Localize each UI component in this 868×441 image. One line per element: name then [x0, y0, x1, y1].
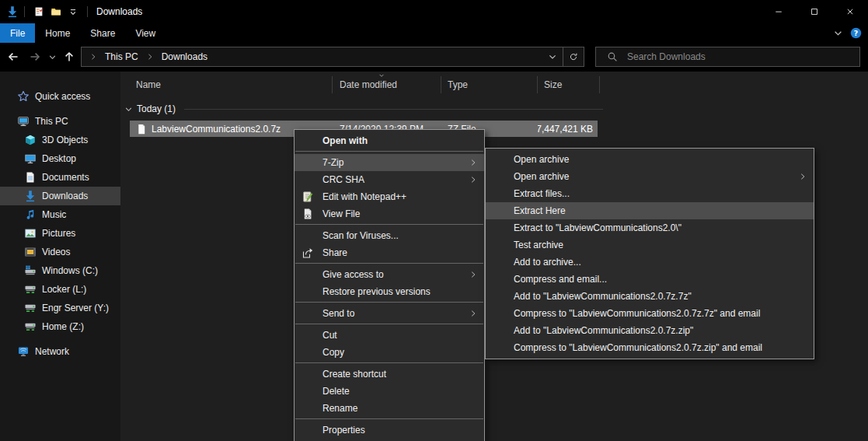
seven-zip-submenu-item-add-to-archive[interactable]: Add to archive... [486, 254, 814, 271]
group-label: Today (1) [137, 103, 176, 114]
context-menu-item-label: Edit with Notepad++ [322, 191, 406, 202]
pc-icon [17, 115, 30, 128]
up-button[interactable] [59, 47, 79, 67]
tab-home[interactable]: Home [35, 23, 80, 43]
context-menu-item-crc-sha[interactable]: CRC SHA [295, 171, 484, 188]
close-button[interactable] [832, 0, 868, 23]
sidebar-item-pictures[interactable]: Pictures [0, 224, 120, 243]
seven-zip-submenu-item-label: Extract Here [514, 205, 566, 216]
context-menu-item-share[interactable]: Share [295, 244, 484, 261]
sidebar-item-quick-access[interactable]: Quick access [0, 87, 120, 106]
seven-zip-submenu-item-compress-to-labviewcommunications2-0-7z-7z-and-email[interactable]: Compress to "LabviewCommunications2.0.7z… [486, 305, 814, 322]
context-menu-item-send-to[interactable]: Send to [295, 305, 484, 322]
sidebar-spacer [0, 106, 120, 112]
file-name-text: LabviewCommunications2.0.7z [152, 124, 281, 135]
context-menu-item-label: Scan for Viruses... [322, 230, 399, 241]
context-menu-item-delete[interactable]: Delete [295, 383, 484, 400]
close-icon [845, 7, 855, 16]
context-menu-item-label: Create shortcut [322, 369, 386, 380]
qat-new-folder-button[interactable] [47, 3, 64, 20]
minimize-button[interactable] [761, 0, 797, 23]
minimize-ribbon-icon[interactable] [833, 28, 843, 38]
seven-zip-submenu-item-label: Compress and email... [514, 274, 607, 285]
network-icon [17, 345, 30, 358]
seven-zip-submenu-item-extract-here[interactable]: Extract Here [486, 202, 814, 219]
seven-zip-submenu-item-open-archive[interactable]: Open archive [486, 151, 814, 168]
seven-zip-submenu-item-open-archive[interactable]: Open archive [486, 168, 814, 185]
view-file-icon [302, 208, 314, 220]
context-menu-separator [295, 263, 483, 264]
column-header-name[interactable]: Name [120, 76, 333, 93]
sidebar-item-windows-c[interactable]: Windows (C:) [0, 261, 120, 280]
seven-zip-submenu-item-compress-to-labviewcommunications2-0-7z-zip-and-email[interactable]: Compress to "LabviewCommunications2.0.7z… [486, 339, 814, 356]
sidebar-item-downloads[interactable]: Downloads [0, 187, 120, 205]
sidebar-item-videos[interactable]: Videos [0, 243, 120, 261]
context-menu-item-open-with[interactable]: Open with [295, 132, 484, 149]
context-menu-item-label: Rename [322, 403, 357, 414]
tab-share[interactable]: Share [80, 23, 125, 43]
maximize-button[interactable] [797, 0, 832, 23]
qat-properties-button[interactable] [30, 3, 47, 20]
context-menu-item-scan-for-viruses[interactable]: Scan for Viruses... [295, 227, 484, 244]
context-menu-item-view-file[interactable]: View File [295, 205, 484, 222]
address-bar[interactable]: This PCDownloads [81, 47, 584, 67]
breadcrumb-item-this-pc[interactable]: This PC [102, 51, 141, 62]
context-menu-item-rename[interactable]: Rename [295, 400, 484, 417]
sidebar-item-music[interactable]: Music [0, 205, 120, 224]
seven-zip-submenu-item-compress-and-email[interactable]: Compress and email... [486, 271, 814, 288]
sidebar-item-label: Quick access [35, 91, 90, 102]
seven-zip-submenu-item-add-to-labviewcommunications2-0-7z-7z[interactable]: Add to "LabviewCommunications2.0.7z.7z" [486, 288, 814, 305]
breadcrumb-item-downloads[interactable]: Downloads [159, 51, 211, 62]
sidebar-item-this-pc[interactable]: This PC [0, 112, 120, 131]
tab-file[interactable]: File [0, 23, 35, 43]
column-header-date-modified[interactable]: Date modified [333, 76, 441, 93]
quick-access-toolbar [30, 3, 82, 20]
sidebar-item-desktop[interactable]: Desktop [0, 149, 120, 168]
sidebar-item-label: Engr Server (Y:) [42, 303, 109, 313]
sidebar-item-engr-server-y[interactable]: Engr Server (Y:) [0, 299, 120, 317]
context-menu-item-cut[interactable]: Cut [295, 327, 484, 344]
seven-zip-submenu-item-extract-files[interactable]: Extract files... [486, 185, 814, 202]
seven-zip-submenu-item-extract-to-labviewcommunications2-0[interactable]: Extract to "LabviewCommunications2.0\" [486, 219, 814, 236]
column-header-size[interactable]: Size [538, 76, 600, 93]
context-menu-item-restore-previous-versions[interactable]: Restore previous versions [295, 283, 484, 300]
sidebar-item-documents[interactable]: Documents [0, 168, 120, 187]
tab-view[interactable]: View [125, 23, 166, 43]
context-menu-separator [295, 151, 483, 152]
sidebar-item-label: Documents [42, 172, 89, 183]
svg-text:?: ? [854, 29, 858, 37]
group-collapse-icon[interactable] [124, 105, 133, 114]
context-menu-item-properties[interactable]: Properties [295, 422, 484, 439]
search-box[interactable] [595, 47, 860, 67]
seven-zip-submenu-item-add-to-labviewcommunications2-0-7z-zip[interactable]: Add to "LabviewCommunications2.0.7z.zip" [486, 322, 814, 339]
search-input[interactable] [626, 51, 859, 63]
sidebar-item-label: Videos [42, 247, 70, 257]
context-menu-item-7-zip[interactable]: 7-Zip [295, 154, 484, 171]
context-menu-item-give-access-to[interactable]: Give access to [295, 266, 484, 283]
help-icon[interactable]: ? [850, 27, 862, 39]
breadcrumb-chevron-icon [89, 53, 97, 61]
seven-zip-submenu-item-label: Extract files... [514, 188, 570, 199]
seven-zip-submenu-item-test-archive[interactable]: Test archive [486, 236, 814, 254]
context-menu-item-label: Give access to [322, 269, 384, 280]
sidebar-item-locker-l[interactable]: Locker (L:) [0, 280, 120, 299]
context-menu-separator [295, 418, 483, 419]
group-header[interactable]: Today (1) [124, 100, 603, 117]
context-menu-item-label: Properties [322, 425, 365, 436]
qat-customize-quick-access-toolbar-button[interactable] [64, 3, 82, 20]
sidebar-item-label: This PC [35, 116, 68, 127]
refresh-button[interactable] [563, 47, 584, 66]
sidebar-item-3d-objects[interactable]: 3D Objects [0, 131, 120, 149]
recent-locations-button[interactable] [45, 47, 59, 67]
submenu-arrow-icon [469, 310, 477, 317]
sidebar-item-network[interactable]: Network [0, 342, 120, 361]
context-menu-item-create-shortcut[interactable]: Create shortcut [295, 366, 484, 383]
back-button[interactable] [3, 47, 23, 67]
context-menu-item-copy[interactable]: Copy [295, 344, 484, 361]
forward-button[interactable] [25, 47, 45, 67]
context-menu-item-label: 7-Zip [322, 157, 343, 168]
sidebar-item-home-z[interactable]: Home (Z:) [0, 317, 120, 336]
context-menu-item-edit-with-notepad[interactable]: Edit with Notepad++ [295, 188, 484, 205]
column-header-type[interactable]: Type [441, 76, 538, 93]
address-dropdown-button[interactable] [542, 47, 563, 66]
